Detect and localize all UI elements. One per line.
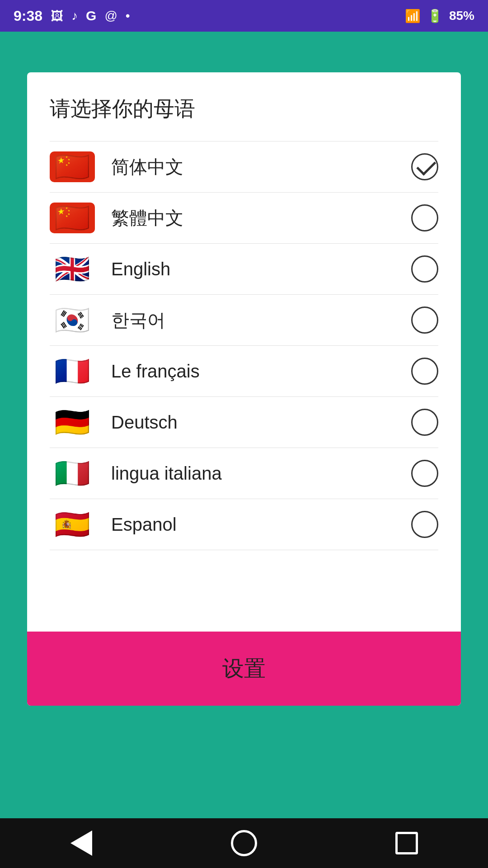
language-item-fr[interactable]: Le français <box>50 346 438 397</box>
radio-fr[interactable] <box>411 358 438 385</box>
dot-icon: • <box>126 9 130 23</box>
google-icon: G <box>86 8 96 24</box>
radio-zh-cn[interactable] <box>411 153 438 180</box>
language-name-fr: Le français <box>111 361 411 382</box>
status-left: 9:38 🖼 ♪ G @ • <box>14 8 130 24</box>
flag-fr <box>50 356 95 387</box>
home-icon <box>231 830 257 856</box>
flag-en <box>50 254 95 284</box>
nav-bar <box>0 818 488 868</box>
home-button[interactable] <box>226 825 262 861</box>
language-name-zh-cn: 简体中文 <box>111 155 411 179</box>
at-icon: @ <box>104 9 117 23</box>
radio-es[interactable] <box>411 511 438 538</box>
back-icon <box>70 830 92 856</box>
language-list: 简体中文繁體中文English한국어Le françaisDeutschling… <box>50 141 438 550</box>
extra-space <box>50 550 438 604</box>
card-title: 请选择你的母语 <box>50 95 438 123</box>
language-name-en: English <box>111 259 411 279</box>
tiktok-icon: ♪ <box>71 9 78 23</box>
flag-ko <box>50 305 95 335</box>
language-name-ko: 한국어 <box>111 308 411 333</box>
language-name-de: Deutsch <box>111 412 411 433</box>
status-right: 📶 🔋 85% <box>405 9 474 24</box>
gallery-icon: 🖼 <box>51 9 63 24</box>
radio-ko[interactable] <box>411 307 438 334</box>
battery-icon: 🔋 <box>427 9 443 24</box>
radio-en[interactable] <box>411 255 438 283</box>
radio-zh-tw[interactable] <box>411 204 438 231</box>
recents-button[interactable] <box>389 825 425 861</box>
radio-de[interactable] <box>411 409 438 436</box>
flag-it <box>50 458 95 489</box>
main-content: 请选择你的母语 简体中文繁體中文English한국어Le françaisDeu… <box>0 32 488 818</box>
flag-es <box>50 509 95 540</box>
language-item-es[interactable]: Espanol <box>50 499 438 550</box>
language-item-en[interactable]: English <box>50 244 438 295</box>
flag-zh-tw <box>50 203 95 233</box>
wifi-icon: 📶 <box>405 9 421 24</box>
language-item-zh-tw[interactable]: 繁體中文 <box>50 193 438 244</box>
language-selection-card: 请选择你的母语 简体中文繁體中文English한국어Le françaisDeu… <box>27 72 461 706</box>
status-time: 9:38 <box>14 8 42 24</box>
card-body: 请选择你的母语 简体中文繁體中文English한국어Le françaisDeu… <box>27 72 461 632</box>
back-button[interactable] <box>63 825 99 861</box>
status-bar: 9:38 🖼 ♪ G @ • 📶 🔋 85% <box>0 0 488 32</box>
recents-icon <box>395 832 418 854</box>
language-item-de[interactable]: Deutsch <box>50 397 438 448</box>
language-name-it: lingua italiana <box>111 463 411 484</box>
language-name-es: Espanol <box>111 514 411 535</box>
language-item-zh-cn[interactable]: 简体中文 <box>50 141 438 193</box>
language-item-it[interactable]: lingua italiana <box>50 448 438 499</box>
language-item-ko[interactable]: 한국어 <box>50 295 438 346</box>
flag-zh-cn <box>50 151 95 182</box>
battery-level: 85% <box>449 9 474 23</box>
language-name-zh-tw: 繁體中文 <box>111 206 411 231</box>
radio-it[interactable] <box>411 460 438 487</box>
set-button[interactable]: 设置 <box>27 632 461 706</box>
flag-de <box>50 407 95 438</box>
